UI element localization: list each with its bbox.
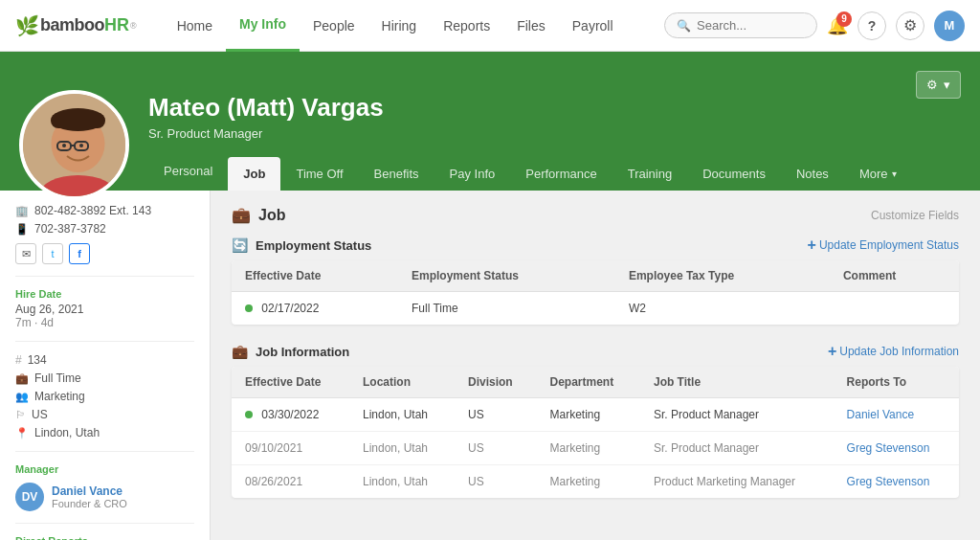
ji-dept-2: Marketing [537, 432, 640, 465]
ji-location-1: Lindon, Utah [349, 398, 455, 432]
tab-documents[interactable]: Documents [687, 157, 781, 191]
location: Lindon, Utah [34, 426, 100, 439]
table-row: 03/30/2022 Lindon, Utah US Marketing Sr.… [232, 398, 959, 432]
profile-name: Mateo (Matt) Vargas [148, 93, 961, 123]
hire-date-label: Hire Date [15, 288, 194, 300]
active-dot [245, 411, 253, 418]
tab-personal[interactable]: Personal [148, 154, 228, 191]
job-section-header: 💼 Job Customize Fields [232, 206, 959, 224]
active-dot [245, 304, 253, 312]
customize-fields-link[interactable]: Customize Fields [871, 209, 959, 222]
table-row: 08/26/2021 Lindon, Utah US Marketing Pro… [232, 465, 959, 499]
ji-location-3: Lindon, Utah [349, 465, 455, 499]
manager-info: DV Daniel Vance Founder & CRO [15, 483, 194, 511]
logo-leaf-icon: 🌿 [15, 14, 39, 37]
manager-name[interactable]: Daniel Vance [52, 484, 127, 498]
hash-icon: # [15, 353, 22, 367]
ji-date-3: 08/26/2021 [232, 465, 349, 499]
tab-more[interactable]: More ▾ [844, 157, 912, 191]
employee-id: 134 [28, 353, 47, 367]
ji-reports-2[interactable]: Greg Stevenson [834, 432, 959, 465]
profile-settings-button[interactable]: ⚙ ▾ [916, 71, 961, 99]
employment-status-section: 🔄 Employment Status + Update Employment … [232, 237, 959, 325]
location-row: 📍 Lindon, Utah [15, 426, 194, 439]
country-row: 🏳 US [15, 408, 194, 421]
job-information-section: 💼 Job Information + Update Job Informati… [232, 344, 959, 498]
table-row: 02/17/2022 Full Time W2 [232, 292, 959, 326]
update-job-info-link[interactable]: + Update Job Information [828, 344, 959, 359]
direct-reports-label: Direct Reports [15, 535, 194, 540]
nav-payroll[interactable]: Payroll [559, 0, 627, 52]
ji-col-date: Effective Date [232, 367, 349, 398]
manager-section: Manager DV Daniel Vance Founder & CRO [15, 463, 194, 511]
tab-performance[interactable]: Performance [510, 157, 612, 191]
tab-payinfo[interactable]: Pay Info [434, 157, 511, 191]
facebook-icon[interactable]: f [69, 243, 90, 264]
left-sidebar: 🏢 802-482-3892 Ext. 143 📱 702-387-3782 ✉… [0, 191, 211, 540]
building-icon: 🏢 [15, 205, 29, 217]
hire-duration: 7m · 4d [15, 316, 194, 329]
phone-2: 702-387-3782 [34, 222, 106, 236]
location-icon: 📍 [15, 427, 29, 439]
logo[interactable]: 🌿 bamboo HR ® [15, 14, 137, 37]
job-info-header: 💼 Job Information + Update Job Informati… [232, 344, 959, 359]
nav-hiring[interactable]: Hiring [368, 0, 431, 52]
employment-date-cell: 02/17/2022 [232, 292, 398, 326]
main-content: 💼 Job Customize Fields 🔄 Employment Stat… [211, 191, 980, 540]
search-box[interactable]: 🔍 [664, 12, 817, 38]
content-area: 🏢 802-482-3892 Ext. 143 📱 702-387-3782 ✉… [0, 191, 980, 540]
user-avatar-nav[interactable]: M [934, 11, 965, 41]
ji-division-1: US [455, 398, 537, 432]
ji-dept-1: Marketing [537, 398, 640, 432]
department-row: 👥 Marketing [15, 390, 194, 403]
people-icon: 👥 [15, 391, 29, 403]
col-tax-type: Employee Tax Type [615, 260, 830, 292]
ji-division-3: US [455, 465, 537, 499]
email-icon[interactable]: ✉ [15, 243, 36, 264]
ji-col-title: Job Title [640, 367, 834, 398]
search-icon: 🔍 [677, 19, 691, 33]
job-info-title: 💼 Job Information [232, 344, 349, 359]
job-title: 💼 Job [232, 206, 285, 224]
nav-myinfo[interactable]: My Info [226, 0, 300, 52]
ji-title-3: Product Marketing Manager [640, 465, 834, 499]
nav-files[interactable]: Files [503, 0, 559, 52]
logo-reg: ® [130, 21, 137, 31]
social-icons-row: ✉ t f [15, 243, 194, 264]
tab-job[interactable]: Job [228, 157, 280, 191]
svg-point-6 [62, 144, 66, 147]
manager-avatar: DV [15, 483, 44, 511]
nav-links: Home My Info People Hiring Reports Files… [164, 0, 627, 51]
employment-status-icon: 🔄 [232, 237, 248, 253]
top-nav: 🌿 bamboo HR ® Home My Info People Hiring… [0, 0, 980, 52]
tab-benefits[interactable]: Benefits [359, 157, 434, 191]
nav-reports[interactable]: Reports [430, 0, 503, 52]
employment-status-title: 🔄 Employment Status [232, 237, 371, 253]
col-comment: Comment [830, 260, 959, 292]
flag-icon: 🏳 [15, 409, 26, 420]
twitter-icon[interactable]: t [42, 243, 63, 264]
manager-role: Founder & CRO [52, 498, 127, 509]
ji-reports-1[interactable]: Daniel Vance [834, 398, 959, 432]
avatar-svg [23, 94, 129, 200]
comment-cell [830, 292, 959, 326]
update-employment-status-link[interactable]: + Update Employment Status [808, 237, 959, 253]
employment-status-table: Effective Date Employment Status Employe… [232, 260, 959, 325]
briefcase-icon: 💼 [15, 372, 29, 385]
tab-notes[interactable]: Notes [781, 157, 844, 191]
nav-home[interactable]: Home [164, 0, 226, 52]
search-input[interactable] [697, 18, 805, 33]
profile-tabs: Personal Job Time Off Benefits Pay Info … [148, 154, 961, 191]
phone-1: 802-482-3892 Ext. 143 [34, 204, 151, 217]
ji-col-department: Department [537, 367, 640, 398]
settings-dropdown-arrow: ▾ [944, 78, 950, 92]
settings-icon[interactable]: ⚙ [896, 11, 924, 40]
help-icon[interactable]: ? [858, 11, 886, 40]
employee-details: # 134 💼 Full Time 👥 Marketing 🏳 US 📍 Lin… [15, 353, 194, 439]
tab-timeoff[interactable]: Time Off [280, 157, 358, 191]
ji-reports-3[interactable]: Greg Stevenson [834, 465, 959, 499]
employee-id-row: # 134 [15, 353, 194, 367]
nav-people[interactable]: People [300, 0, 368, 52]
tab-training[interactable]: Training [612, 157, 687, 191]
notification-bell[interactable]: 🔔 9 [827, 15, 848, 36]
